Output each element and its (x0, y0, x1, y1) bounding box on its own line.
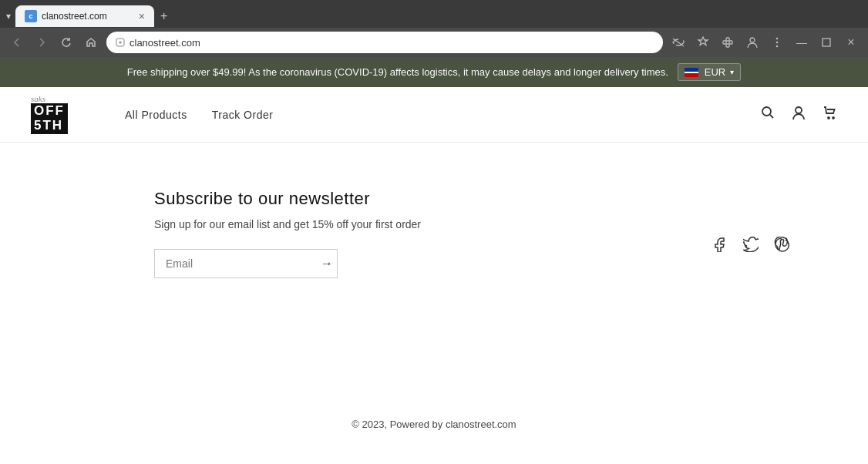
header-actions (760, 105, 837, 124)
website-content: Free shipping over $49.99! As the corona… (0, 57, 868, 278)
reload-button[interactable] (57, 33, 76, 52)
email-form: → (154, 249, 338, 278)
newsletter-title: Subscribe to our newsletter (154, 189, 421, 209)
svg-rect-1 (723, 41, 726, 44)
cart-icon[interactable] (822, 105, 837, 124)
close-window-button[interactable]: × (842, 33, 860, 52)
announcement-bar: Free shipping over $49.99! As the corona… (0, 57, 868, 87)
svg-rect-9 (823, 39, 830, 46)
home-button[interactable] (82, 33, 100, 52)
main-content-area: Subscribe to our newsletter Sign up for … (0, 143, 868, 278)
svg-point-8 (776, 45, 779, 48)
tab-favicon: c (25, 10, 37, 22)
eye-off-icon[interactable] (669, 33, 688, 52)
footer-text: © 2023, Powered by clanostreet.com (352, 419, 516, 430)
browser-action-icons: — × (669, 33, 860, 52)
newsletter-subtitle: Sign up for our email list and get 15% o… (154, 218, 421, 230)
currency-chevron-icon: ▾ (730, 68, 734, 76)
address-bar[interactable]: clanostreet.com (106, 32, 663, 53)
browser-toolbar: clanostreet.com — × (0, 28, 868, 57)
nav-track-order[interactable]: Track Order (212, 109, 274, 121)
tab-title: clanostreet.com (42, 11, 134, 22)
pinterest-icon[interactable] (772, 235, 791, 254)
svg-rect-2 (729, 41, 732, 44)
announcement-text: Free shipping over $49.99! As the corona… (127, 66, 668, 78)
newsletter-section: Subscribe to our newsletter Sign up for … (154, 189, 421, 278)
email-submit-button[interactable]: → (311, 250, 342, 277)
browser-chrome: ▾ c clanostreet.com × + clanostreet.com (0, 0, 868, 57)
nav-all-products[interactable]: All Products (125, 109, 187, 121)
facebook-icon[interactable] (711, 235, 729, 254)
svg-rect-3 (726, 38, 729, 41)
svg-point-11 (796, 107, 802, 113)
site-header: saks OFF5TH All Products Track Order (0, 87, 868, 143)
tab-close-button[interactable]: × (139, 10, 145, 22)
forward-button[interactable] (32, 33, 51, 52)
account-icon[interactable] (791, 105, 806, 124)
url-text: clanostreet.com (130, 37, 654, 49)
svg-point-7 (776, 42, 779, 44)
currency-label: EUR (705, 66, 725, 78)
email-input[interactable] (155, 250, 311, 277)
svg-point-12 (828, 117, 829, 119)
profile-icon[interactable] (743, 33, 762, 52)
logo-top-text: saks (31, 95, 45, 103)
main-nav: All Products Track Order (125, 109, 760, 121)
back-button[interactable] (8, 33, 26, 52)
svg-rect-4 (726, 44, 729, 47)
search-icon[interactable] (760, 105, 775, 124)
new-tab-button[interactable]: + (160, 9, 167, 23)
svg-point-5 (750, 38, 755, 42)
currency-flag (685, 68, 698, 77)
logo-area[interactable]: saks OFF5TH (31, 95, 94, 135)
tab-dropdown[interactable]: ▾ (6, 11, 11, 22)
svg-point-6 (776, 38, 779, 40)
site-footer: © 2023, Powered by clanostreet.com (0, 400, 868, 449)
maximize-button[interactable] (817, 33, 836, 52)
browser-tab[interactable]: c clanostreet.com × (15, 5, 154, 27)
more-options-icon[interactable] (768, 33, 786, 52)
svg-point-13 (833, 117, 834, 119)
site-logo: saks OFF5TH (31, 95, 94, 135)
currency-selector[interactable]: EUR ▾ (678, 63, 741, 81)
extensions-icon[interactable] (718, 33, 737, 52)
social-icons (711, 235, 791, 254)
logo-bottom-text: OFF5TH (31, 103, 68, 133)
tab-bar: ▾ c clanostreet.com × + (0, 0, 868, 28)
star-icon[interactable] (694, 33, 712, 52)
twitter-icon[interactable] (742, 235, 760, 254)
minimize-button[interactable]: — (792, 33, 811, 52)
svg-point-10 (762, 107, 771, 116)
